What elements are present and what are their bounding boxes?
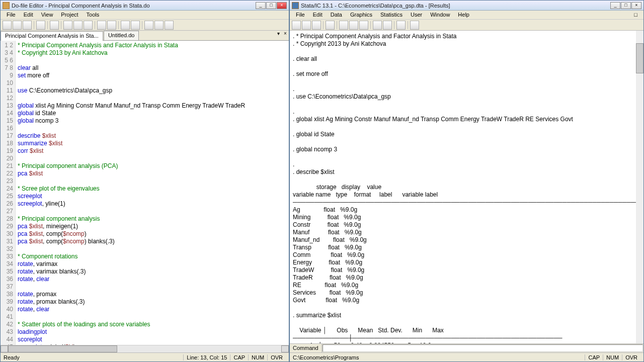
minimize-button[interactable]: _ <box>610 2 620 9</box>
status-path: C:\Econometrics\Programs <box>293 354 359 360</box>
dofile-icon[interactable] <box>359 21 368 30</box>
status-position: Line: 13, Col: 15 <box>183 354 230 360</box>
save-icon[interactable] <box>23 21 32 30</box>
line-gutter: 1 2 3 4 5 6 7 8 9 10 11 12 13 14 15 16 1… <box>1 41 16 345</box>
tab-close-icon[interactable]: × <box>282 31 289 40</box>
new-icon[interactable] <box>3 21 12 30</box>
restore-child-icon[interactable]: □ <box>473 11 641 19</box>
menu-edit[interactable]: Edit <box>20 11 37 19</box>
tab[interactable]: Untitled.do <box>104 31 139 40</box>
close-button[interactable]: × <box>277 2 287 9</box>
undo-icon[interactable] <box>97 21 106 30</box>
status-num: NUM <box>603 354 622 360</box>
save-icon[interactable] <box>302 21 311 30</box>
log-icon[interactable] <box>326 21 335 30</box>
vertical-scrollbar[interactable] <box>636 31 643 343</box>
copy-icon[interactable] <box>73 21 83 30</box>
open-icon[interactable] <box>292 21 301 30</box>
tab[interactable]: Principal Component Analysis in Sta... <box>1 31 103 41</box>
status-ovr: OVR <box>267 354 286 360</box>
scroll-left-arrow-icon[interactable] <box>1 345 8 352</box>
print-icon[interactable] <box>36 21 45 30</box>
open-icon[interactable] <box>13 21 22 30</box>
results-viewer[interactable]: . * Principal Component Analysis and Fac… <box>290 31 643 343</box>
variables-icon[interactable] <box>396 21 406 30</box>
menu-file[interactable]: File <box>3 11 20 19</box>
run-selection-icon[interactable] <box>165 21 174 30</box>
menu-edit[interactable]: Edit <box>309 11 327 19</box>
redo-icon[interactable] <box>107 21 116 30</box>
minimize-button[interactable]: _ <box>256 2 266 9</box>
menu-data[interactable]: Data <box>327 11 346 19</box>
outdent-icon[interactable] <box>131 21 140 30</box>
data-editor-icon[interactable] <box>373 21 382 30</box>
dofile-editor-window: Do-file Editor - Principal Component Ana… <box>0 0 289 362</box>
graph-icon[interactable] <box>349 21 358 30</box>
bookmark-icon[interactable] <box>144 21 153 30</box>
dofile-app-icon <box>3 2 10 9</box>
status-cap: CAP <box>585 354 603 360</box>
scroll-right-arrow-icon[interactable] <box>281 345 289 352</box>
stata-statusbar: C:\Econometrics\Programs CAP NUM OVR <box>290 352 643 361</box>
dofile-titlebar[interactable]: Do-file Editor - Principal Component Ana… <box>1 1 289 11</box>
status-cap: CAP <box>230 354 248 360</box>
stata-menubar: FileEditDataGraphicsStatisticsUserWindow… <box>290 11 643 20</box>
code-content[interactable]: * Principal Component Analysis and Facto… <box>16 41 289 345</box>
stata-app-icon <box>292 2 299 9</box>
menu-tools[interactable]: Tools <box>83 11 104 19</box>
maximize-button[interactable]: □ <box>266 2 276 9</box>
paste-icon[interactable] <box>84 21 93 30</box>
print-icon[interactable] <box>312 21 321 30</box>
menu-window[interactable]: Window <box>426 11 454 19</box>
stata-title: Stata/IC 13.1 - C:\Econometrics\Data\pca… <box>301 3 610 9</box>
dofile-statusbar: Ready Line: 13, Col: 15 CAP NUM OVR <box>1 352 289 361</box>
run-icon[interactable] <box>154 21 164 30</box>
scroll-thumb[interactable] <box>636 43 643 73</box>
stata-results-window: Stata/IC 13.1 - C:\Econometrics\Data\pca… <box>289 0 644 362</box>
stata-titlebar[interactable]: Stata/IC 13.1 - C:\Econometrics\Data\pca… <box>290 1 643 11</box>
menu-user[interactable]: User <box>407 11 426 19</box>
horizontal-scrollbar[interactable] <box>1 345 289 352</box>
tab-dropdown-icon[interactable]: ▾ <box>275 31 282 40</box>
command-label: Command <box>290 344 322 352</box>
menu-view[interactable]: View <box>37 11 57 19</box>
find-icon[interactable] <box>50 21 59 30</box>
status-num: NUM <box>248 354 267 360</box>
menu-graphics[interactable]: Graphics <box>346 11 376 19</box>
viewer-icon[interactable] <box>339 21 348 30</box>
close-button[interactable]: × <box>631 2 641 9</box>
command-input[interactable] <box>323 344 643 352</box>
stata-toolbar <box>290 20 643 31</box>
maximize-button[interactable]: □ <box>621 2 631 9</box>
dofile-title: Do-file Editor - Principal Component Ana… <box>12 3 256 9</box>
indent-icon[interactable] <box>121 21 130 30</box>
code-editor[interactable]: 1 2 3 4 5 6 7 8 9 10 11 12 13 14 15 16 1… <box>1 41 289 345</box>
status-ready: Ready <box>4 354 20 360</box>
data-browser-icon[interactable] <box>383 21 392 30</box>
menu-project[interactable]: Project <box>57 11 82 19</box>
cut-icon[interactable] <box>63 21 72 30</box>
break-icon[interactable] <box>410 21 419 30</box>
menu-statistics[interactable]: Statistics <box>376 11 407 19</box>
dofile-menubar: FileEditViewProjectTools <box>1 11 289 20</box>
dofile-toolbar <box>1 20 289 31</box>
status-ovr: OVR <box>622 354 640 360</box>
command-bar: Command <box>290 343 643 352</box>
menu-help[interactable]: Help <box>454 11 473 19</box>
dofile-tabbar: Principal Component Analysis in Sta...Un… <box>1 31 289 41</box>
menu-file[interactable]: File <box>292 11 309 19</box>
scroll-thumb[interactable] <box>8 345 117 352</box>
